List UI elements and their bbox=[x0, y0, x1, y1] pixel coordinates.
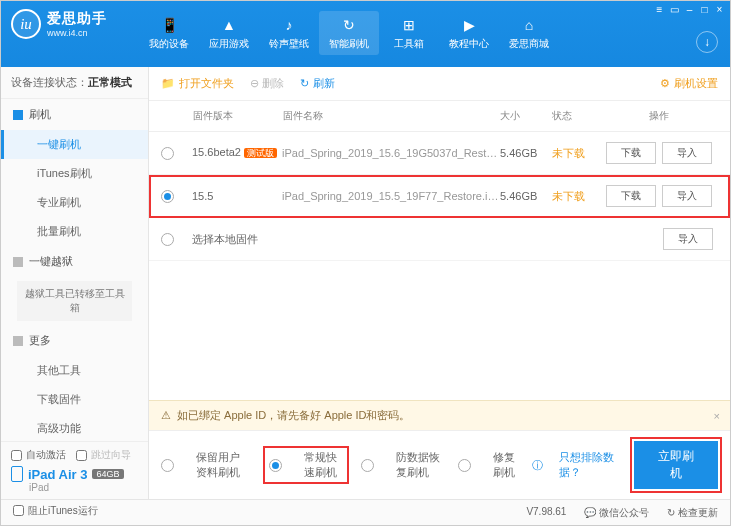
app-header: ≡ ▭ – □ × iu 爱思助手 www.i4.cn 📱我的设备▲应用游戏♪铃… bbox=[1, 1, 730, 67]
nav-icon: 📱 bbox=[159, 15, 179, 35]
import-button[interactable]: 导入 bbox=[662, 185, 712, 207]
brand: iu 爱思助手 www.i4.cn bbox=[11, 9, 107, 39]
nav-label: 智能刷机 bbox=[329, 37, 369, 51]
nav-4[interactable]: ⊞工具箱 bbox=[379, 11, 439, 55]
auto-activate-checkbox[interactable]: 自动激活 bbox=[11, 448, 66, 462]
download-button[interactable]: 下载 bbox=[606, 185, 656, 207]
check-update-link[interactable]: ↻ 检查更新 bbox=[667, 506, 718, 520]
pin-icon[interactable]: ▭ bbox=[668, 3, 681, 16]
help-icon[interactable]: ⓘ bbox=[532, 458, 543, 473]
menu-item[interactable]: 一键刷机 bbox=[1, 130, 148, 159]
nav-icon: ⌂ bbox=[519, 15, 539, 35]
block-itunes-checkbox[interactable]: 阻止iTunes运行 bbox=[13, 504, 98, 518]
menu-flash[interactable]: 刷机 bbox=[1, 99, 148, 130]
nav-label: 教程中心 bbox=[449, 37, 489, 51]
toolbar: 📁 打开文件夹 ⊖ 删除 ↻ 刷新 ⚙ 刷机设置 bbox=[149, 67, 730, 101]
nav-icon: ⊞ bbox=[399, 15, 419, 35]
jailbreak-notice: 越狱工具已转移至工具箱 bbox=[17, 281, 132, 321]
brand-name: 爱思助手 bbox=[47, 10, 107, 28]
nav-0[interactable]: 📱我的设备 bbox=[139, 11, 199, 55]
menu-icon[interactable]: ≡ bbox=[653, 3, 666, 16]
menu-jailbreak[interactable]: 一键越狱 bbox=[1, 246, 148, 277]
delete-button: ⊖ 删除 bbox=[250, 76, 284, 91]
fw-size: 5.46GB bbox=[500, 147, 552, 159]
menu-item[interactable]: 高级功能 bbox=[1, 414, 148, 441]
logo-icon: iu bbox=[11, 9, 41, 39]
menu-more[interactable]: 更多 bbox=[1, 325, 148, 356]
table-header: 固件版本 固件名称 大小 状态 操作 bbox=[149, 101, 730, 132]
minimize-icon[interactable]: – bbox=[683, 3, 696, 16]
mode-option[interactable]: 常规快速刷机 bbox=[267, 450, 345, 480]
radio-icon[interactable] bbox=[269, 459, 282, 472]
radio-icon[interactable] bbox=[458, 459, 471, 472]
menu-item[interactable]: 批量刷机 bbox=[1, 217, 148, 246]
nav-icon: ▶ bbox=[459, 15, 479, 35]
close-icon[interactable]: × bbox=[713, 3, 726, 16]
refresh-button[interactable]: ↻ 刷新 bbox=[300, 76, 335, 91]
radio-icon[interactable] bbox=[161, 190, 174, 203]
brand-url: www.i4.cn bbox=[47, 28, 107, 38]
import-button[interactable]: 导入 bbox=[663, 228, 713, 250]
radio-icon[interactable] bbox=[161, 459, 174, 472]
maximize-icon[interactable]: □ bbox=[698, 3, 711, 16]
radio-icon[interactable] bbox=[361, 459, 374, 472]
sidebar: 设备连接状态：正常模式 刷机 一键刷机iTunes刷机专业刷机批量刷机 一键越狱… bbox=[1, 67, 149, 499]
nav-label: 应用游戏 bbox=[209, 37, 249, 51]
close-warning-icon[interactable]: × bbox=[714, 410, 720, 422]
download-button[interactable]: 下载 bbox=[606, 142, 656, 164]
nav-label: 工具箱 bbox=[394, 37, 424, 51]
skip-guide-checkbox[interactable]: 跳过向导 bbox=[76, 448, 131, 462]
fw-version: 15.6beta2测试版 bbox=[192, 146, 282, 160]
fw-size: 5.46GB bbox=[500, 190, 552, 202]
nav-3[interactable]: ↻智能刷机 bbox=[319, 11, 379, 55]
nav-icon: ▲ bbox=[219, 15, 239, 35]
fw-name: iPad_Spring_2019_15.5_19F77_Restore.ipsw bbox=[282, 190, 500, 202]
mode-bar: 保留用户资料刷机常规快速刷机防数据恢复刷机修复刷机 ⓘ 只想排除数据？ 立即刷机 bbox=[149, 430, 730, 499]
device-type: iPad bbox=[29, 482, 138, 493]
mode-option[interactable]: 防数据恢复刷机 bbox=[361, 450, 443, 480]
mode-option[interactable]: 修复刷机 bbox=[458, 450, 516, 480]
nav-5[interactable]: ▶教程中心 bbox=[439, 11, 499, 55]
nav-2[interactable]: ♪铃声壁纸 bbox=[259, 11, 319, 55]
open-folder-button[interactable]: 📁 打开文件夹 bbox=[161, 76, 234, 91]
storage-badge: 64GB bbox=[92, 469, 123, 479]
nav-label: 铃声壁纸 bbox=[269, 37, 309, 51]
menu-item[interactable]: 专业刷机 bbox=[1, 188, 148, 217]
nav-label: 爱思商城 bbox=[509, 37, 549, 51]
nav-icon: ↻ bbox=[339, 15, 359, 35]
warning-icon: ⚠ bbox=[161, 409, 171, 422]
firmware-row[interactable]: 15.5 iPad_Spring_2019_15.5_19F77_Restore… bbox=[149, 175, 730, 218]
warning-banner: ⚠ 如已绑定 Apple ID，请先备好 Apple ID和密码。 × bbox=[149, 400, 730, 430]
local-firmware-row[interactable]: 选择本地固件 导入 bbox=[149, 218, 730, 261]
fw-version: 15.5 bbox=[192, 190, 282, 202]
nav-6[interactable]: ⌂爱思商城 bbox=[499, 11, 559, 55]
connection-status: 设备连接状态：正常模式 bbox=[1, 67, 148, 99]
version-label: V7.98.61 bbox=[526, 506, 566, 520]
sync-icon[interactable]: ↓ bbox=[696, 31, 718, 53]
import-button[interactable]: 导入 bbox=[662, 142, 712, 164]
radio-icon[interactable] bbox=[161, 147, 174, 160]
device-name[interactable]: iPad Air 3 64GB bbox=[11, 466, 138, 482]
flash-settings-button[interactable]: ⚙ 刷机设置 bbox=[660, 76, 718, 91]
nav-1[interactable]: ▲应用游戏 bbox=[199, 11, 259, 55]
nav-label: 我的设备 bbox=[149, 37, 189, 51]
fw-status: 未下载 bbox=[552, 189, 600, 204]
status-bar: 阻止iTunes运行 V7.98.61 💬 微信公众号 ↻ 检查更新 bbox=[1, 499, 730, 525]
firmware-row[interactable]: 15.6beta2测试版 iPad_Spring_2019_15.6_19G50… bbox=[149, 132, 730, 175]
flash-now-button[interactable]: 立即刷机 bbox=[634, 441, 718, 489]
exclude-data-link[interactable]: 只想排除数据？ bbox=[559, 450, 618, 480]
fw-name: iPad_Spring_2019_15.6_19G5037d_Restore.i… bbox=[282, 147, 500, 159]
fw-status: 未下载 bbox=[552, 146, 600, 161]
menu-item[interactable]: iTunes刷机 bbox=[1, 159, 148, 188]
menu-item[interactable]: 下载固件 bbox=[1, 385, 148, 414]
menu-item[interactable]: 其他工具 bbox=[1, 356, 148, 385]
mode-option[interactable]: 保留用户资料刷机 bbox=[161, 450, 251, 480]
nav-icon: ♪ bbox=[279, 15, 299, 35]
device-icon bbox=[11, 466, 23, 482]
wechat-link[interactable]: 💬 微信公众号 bbox=[584, 506, 649, 520]
